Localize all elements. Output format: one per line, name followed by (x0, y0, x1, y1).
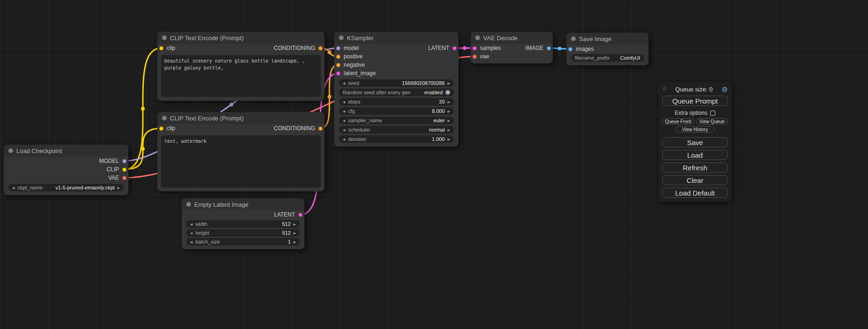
decrement-arrow-icon[interactable]: ◀ (343, 100, 345, 104)
node-ksampler[interactable]: KSampler model LATENT positive negative … (334, 32, 459, 147)
node-vae-decode[interactable]: VAE Decode samples IMAGE vae (471, 32, 553, 63)
node-clip-text-encode-positive[interactable]: CLIP Text Encode (Prompt) clip CONDITION… (157, 32, 325, 101)
input-label: positive (344, 53, 363, 60)
view-queue-button[interactable]: View Queue (696, 118, 728, 125)
slot-row: samples IMAGE (471, 44, 553, 52)
input-port-model[interactable] (336, 46, 340, 50)
input-port-clip[interactable] (159, 46, 163, 50)
extra-options-checkbox[interactable] (710, 111, 715, 116)
collapse-dot-icon[interactable] (8, 148, 13, 153)
node-title-bar[interactable]: CLIP Text Encode (Prompt) (157, 112, 325, 124)
node-title-bar[interactable]: Empty Latent Image (182, 198, 304, 210)
output-label: CONDITIONING (274, 125, 315, 132)
queue-actions-row: Queue Front View Queue (662, 118, 728, 125)
increment-arrow-icon[interactable]: ▶ (294, 223, 296, 226)
load-default-button[interactable]: Load Default (662, 188, 728, 198)
input-port-vae[interactable] (473, 55, 477, 59)
node-title-bar[interactable]: Load Checkpoint (4, 145, 128, 157)
node-title-bar[interactable]: CLIP Text Encode (Prompt) (157, 32, 325, 44)
widget-value: 512 (282, 221, 290, 227)
widget-value: euler (433, 118, 445, 123)
filename-prefix-widget[interactable]: filename_prefix ComfyUI (571, 54, 644, 62)
view-history-button[interactable]: View History (676, 126, 715, 133)
input-port-images[interactable] (568, 47, 572, 51)
decrement-arrow-icon[interactable]: ◀ (343, 110, 345, 113)
height-widget[interactable]: ◀ height 512 ▶ (186, 229, 300, 237)
widget-value: v1-5-pruned-emaonly.ckpt (56, 185, 115, 190)
denoise-widget[interactable]: ◀ denoise 1.000 ▶ (339, 135, 454, 143)
output-label: CONDITIONING (274, 45, 315, 51)
steps-widget[interactable]: ◀ steps 20 ▶ (339, 98, 454, 105)
increment-arrow-icon[interactable]: ▶ (294, 240, 296, 244)
batch-size-widget[interactable]: ◀ batch_size 1 ▶ (186, 238, 300, 245)
output-port-clip[interactable] (122, 168, 127, 172)
widget-label: denoise (348, 136, 366, 142)
positive-prompt-textarea[interactable]: beautiful scenery nature glass bottle la… (161, 55, 321, 97)
input-label: vae (480, 53, 489, 60)
ckpt-name-widget[interactable]: ◀ ckpt_name v1-5-pruned-emaonly.ckpt ▶ (8, 184, 124, 191)
decrement-arrow-icon[interactable]: ◀ (343, 138, 345, 141)
output-port-model[interactable] (122, 159, 127, 163)
output-port-vae[interactable] (122, 176, 127, 180)
seed-widget[interactable]: ◀ seed 156680208700286 ▶ (339, 79, 454, 87)
node-save-image[interactable]: Save Image images filename_prefix ComfyU… (566, 33, 649, 65)
collapse-dot-icon[interactable] (162, 35, 167, 40)
queue-prompt-button[interactable]: Queue Prompt (662, 96, 728, 106)
refresh-button[interactable]: Refresh (662, 162, 728, 173)
next-value-arrow-icon[interactable]: ▶ (118, 186, 120, 189)
random-seed-toggle[interactable]: Random seed after every gen enabled (339, 89, 454, 96)
increment-arrow-icon[interactable]: ▶ (448, 82, 450, 85)
cfg-widget[interactable]: ◀ cfg 8.000 ▶ (339, 107, 454, 115)
settings-gear-icon[interactable]: ⚙ (722, 86, 728, 93)
increment-arrow-icon[interactable]: ▶ (448, 110, 450, 113)
save-button[interactable]: Save (662, 137, 728, 147)
output-label: LATENT (428, 45, 449, 51)
next-value-arrow-icon[interactable]: ▶ (448, 119, 450, 122)
negative-prompt-textarea[interactable]: text, watermark (161, 135, 321, 188)
sampler-name-widget[interactable]: ◀ sampler_name euler ▶ (339, 117, 454, 124)
drag-handle-icon[interactable]: ⠿ (662, 86, 666, 92)
node-empty-latent-image[interactable]: Empty Latent Image LATENT ◀ width 512 ▶ … (182, 198, 304, 249)
width-widget[interactable]: ◀ width 512 ▶ (186, 220, 300, 228)
collapse-dot-icon[interactable] (475, 35, 480, 40)
node-title-bar[interactable]: Save Image (566, 33, 649, 45)
widget-label: width (195, 221, 207, 227)
prev-value-arrow-icon[interactable]: ◀ (343, 119, 345, 122)
node-load-checkpoint[interactable]: Load Checkpoint MODEL CLIP VAE ◀ ckpt_na… (4, 145, 128, 195)
prev-value-arrow-icon[interactable]: ◀ (12, 186, 14, 189)
decrement-arrow-icon[interactable]: ◀ (343, 82, 345, 85)
input-port-clip[interactable] (159, 126, 163, 131)
prev-value-arrow-icon[interactable]: ◀ (343, 128, 345, 132)
input-port-positive[interactable] (336, 55, 340, 59)
collapse-dot-icon[interactable] (571, 36, 576, 41)
toggle-knob-icon[interactable] (445, 90, 450, 95)
collapse-dot-icon[interactable] (162, 116, 167, 120)
input-port-latent-image[interactable] (336, 71, 340, 76)
output-port-latent[interactable] (298, 213, 303, 217)
input-port-negative[interactable] (336, 63, 340, 67)
input-label: samples (480, 45, 501, 51)
input-port-samples[interactable] (473, 46, 477, 50)
collapse-dot-icon[interactable] (186, 202, 191, 207)
next-value-arrow-icon[interactable]: ▶ (448, 128, 450, 132)
output-port-conditioning[interactable] (318, 46, 323, 50)
scheduler-widget[interactable]: ◀ scheduler normal ▶ (339, 126, 454, 133)
output-port-conditioning[interactable] (318, 126, 323, 131)
clear-button[interactable]: Clear (662, 175, 728, 185)
decrement-arrow-icon[interactable]: ◀ (190, 223, 192, 226)
node-clip-text-encode-negative[interactable]: CLIP Text Encode (Prompt) clip CONDITION… (157, 112, 325, 191)
node-title-bar[interactable]: VAE Decode (471, 32, 553, 44)
increment-arrow-icon[interactable]: ▶ (448, 100, 450, 104)
node-title-bar[interactable]: KSampler (334, 32, 459, 44)
decrement-arrow-icon[interactable]: ◀ (190, 240, 192, 244)
queue-front-button[interactable]: Queue Front (662, 118, 694, 125)
load-button[interactable]: Load (662, 150, 728, 160)
input-slot-positive: positive (334, 52, 459, 61)
decrement-arrow-icon[interactable]: ◀ (190, 231, 192, 235)
increment-arrow-icon[interactable]: ▶ (294, 231, 296, 235)
increment-arrow-icon[interactable]: ▶ (448, 138, 450, 141)
collapse-dot-icon[interactable] (339, 35, 344, 40)
output-port-image[interactable] (547, 46, 551, 50)
output-port-latent[interactable] (452, 46, 457, 50)
node-graph-canvas[interactable]: Load Checkpoint MODEL CLIP VAE ◀ ckpt_na… (0, 0, 868, 329)
